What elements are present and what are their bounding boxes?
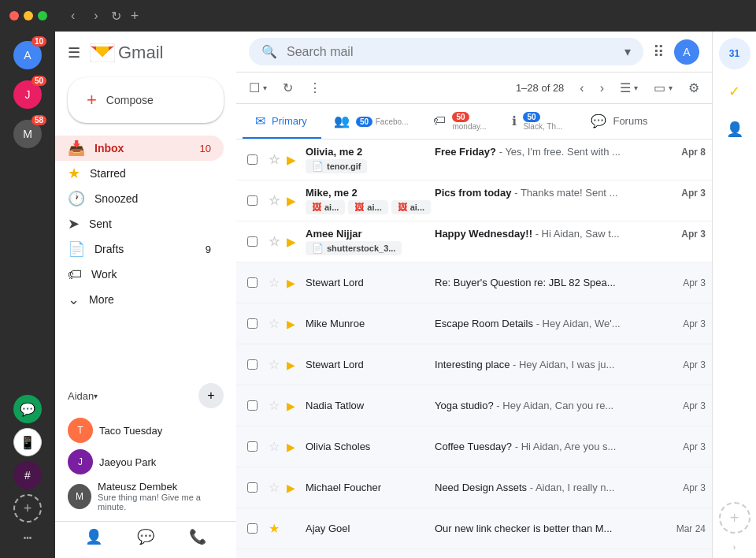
layout-button[interactable]: ☰ ▾ — [613, 76, 644, 100]
email-star-7[interactable]: ☆ — [265, 398, 284, 413]
contact-row-jaeyou[interactable]: J Jaeyou Park — [68, 446, 224, 478]
contact-row-taco[interactable]: T Taco Tuesday — [68, 415, 224, 446]
email-row[interactable]: ☆ ▶ Michael Foucher Need Design Assets -… — [236, 467, 712, 508]
new-tab-button[interactable]: + — [131, 8, 139, 24]
email-star-2[interactable]: ☆ — [265, 193, 284, 208]
hamburger-menu[interactable]: ☰ — [65, 41, 83, 65]
email-checkbox-3[interactable] — [243, 236, 261, 247]
email-star-4[interactable]: ☆ — [265, 275, 284, 290]
email-star-5[interactable]: ☆ — [265, 316, 284, 331]
email-star-3[interactable]: ☆ — [265, 234, 284, 249]
search-dropdown-icon[interactable]: ▾ — [624, 44, 631, 59]
email-checkbox-9[interactable] — [243, 482, 261, 493]
email-row[interactable]: ☆ ▶ Nadia Tatlow Yoga studio? - Hey Aida… — [236, 385, 712, 426]
sidebar-item-work[interactable]: 🏷 Work — [55, 262, 224, 287]
primary-tab-label: Primary — [272, 115, 307, 127]
email-checkbox-7[interactable] — [243, 400, 261, 411]
refresh-emails-button[interactable]: ↻ — [276, 76, 299, 100]
tab-promotions[interactable]: 🏷 50 monday... — [421, 104, 499, 139]
add-panel-button[interactable]: + — [719, 502, 750, 534]
user-avatar-3[interactable]: M 58 — [10, 117, 45, 151]
forward-button[interactable]: › — [89, 7, 102, 24]
refresh-button[interactable]: ↻ — [111, 9, 121, 24]
next-page-button[interactable]: › — [594, 76, 610, 100]
email-sender-6: Stewart Lord — [306, 359, 432, 370]
phone-icon[interactable]: 📞 — [189, 528, 206, 545]
email-important-2: ▶ — [287, 195, 302, 207]
add-app-icon[interactable]: + — [13, 494, 42, 523]
sidebar-item-more[interactable]: ⌄ More — [55, 287, 224, 312]
back-button[interactable]: ‹ — [66, 7, 80, 24]
user-avatar-1[interactable]: A 10 — [10, 38, 45, 73]
compose-button[interactable]: + Compose — [68, 77, 224, 123]
slack-icon[interactable]: # — [13, 461, 42, 489]
maximize-button[interactable] — [38, 11, 47, 20]
sidebar-item-drafts[interactable]: 📄 Drafts 9 — [55, 236, 224, 262]
tab-social[interactable]: 👥 50 Facebo... — [321, 104, 421, 139]
close-button[interactable] — [9, 11, 19, 20]
email-row[interactable]: ★ ▶ Ajay Goel Our new link checker is be… — [236, 508, 712, 549]
email-date-7: Apr 3 — [658, 400, 706, 411]
tab-forums[interactable]: 💬 Forums — [578, 104, 660, 139]
email-checkbox-1[interactable] — [243, 154, 261, 165]
email-checkbox-4[interactable] — [243, 277, 261, 288]
email-star-10[interactable]: ★ — [265, 521, 284, 536]
checkbox-icon: ☐ — [249, 80, 260, 95]
email-star-8[interactable]: ☆ — [265, 439, 284, 454]
email-checkbox-8[interactable] — [243, 441, 261, 452]
email-checkbox-6[interactable] — [243, 359, 261, 370]
email-checkbox-2[interactable] — [243, 195, 261, 206]
email-checkbox-5[interactable] — [243, 318, 261, 329]
search-input[interactable] — [287, 45, 615, 59]
user-avatar-2[interactable]: J 50 — [10, 77, 45, 112]
email-row[interactable]: ☆ ▶ Olivia Scholes Coffee Tuesday? - Hi … — [236, 426, 712, 467]
contact-msg-mateusz: Sure thing man! Give me a minute. — [98, 493, 224, 512]
email-star-6[interactable]: ☆ — [265, 357, 284, 372]
sidebar-item-inbox[interactable]: 📥 Inbox 10 — [55, 136, 224, 161]
messenger-icon[interactable]: 💬 — [13, 395, 42, 423]
contacts-panel-icon[interactable]: 👤 — [719, 113, 750, 145]
email-snippet-6: - Hey Aidan, I was ju... — [513, 359, 614, 370]
email-row[interactable]: ☆ ▶ Stewart Lord Re: Buyer's Question re… — [236, 262, 712, 303]
email-row[interactable]: ☆ ▶ Mike, me 2 Pics from today - Thanks … — [236, 180, 712, 221]
email-content-10: Our new link checker is better than M... — [435, 523, 655, 534]
attachment-chip-2a: 🖼 ai... — [306, 200, 345, 214]
whatsapp-icon[interactable]: 📱 — [13, 428, 42, 456]
add-contact-button[interactable]: + — [198, 383, 224, 408]
sidebar-item-snoozed[interactable]: 🕐 Snoozed — [55, 186, 224, 211]
email-date-6: Apr 3 — [658, 359, 706, 370]
apps-grid-icon[interactable]: ⠿ — [653, 43, 665, 61]
email-row[interactable]: ☆ ▶ Mixpanel 3 Updates Mixpanel - Invita… — [236, 549, 712, 558]
user-account-avatar[interactable]: A — [674, 39, 699, 65]
email-row[interactable]: ☆ ▶ Olivia, me 2 Free Friday? - Yes, I'm… — [236, 140, 712, 180]
tab-updates[interactable]: ℹ 50 Slack, Th... — [499, 104, 578, 139]
right-panel-expand[interactable]: › — [733, 543, 736, 552]
more-dots[interactable]: ••• — [24, 527, 32, 545]
prev-page-button[interactable]: ‹ — [573, 76, 590, 100]
sidebar-item-sent[interactable]: ➤ Sent — [55, 211, 224, 236]
settings-button[interactable]: ⚙ — [682, 76, 706, 100]
email-date-8: Apr 3 — [658, 441, 706, 452]
email-content-4: Re: Buyer's Question re: JBL 82 Spea... — [435, 277, 655, 288]
email-row[interactable]: ☆ ▶ Mike Munroe Escape Room Details - He… — [236, 303, 712, 344]
calendar-panel-icon[interactable]: 31 — [719, 38, 750, 69]
sidebar-item-starred[interactable]: ★ Starred — [55, 161, 224, 186]
minimize-button[interactable] — [24, 11, 33, 20]
email-star-1[interactable]: ☆ — [265, 152, 284, 167]
email-row[interactable]: ☆ ▶ Amee Nijjar Happy Wednesday!! - Hi A… — [236, 221, 712, 262]
tab-primary[interactable]: ✉ Primary — [243, 104, 321, 139]
email-content-wrap-3: Amee Nijjar Happy Wednesday!! - Hi Aidan… — [306, 228, 706, 255]
app-container: A 10 J 50 M 58 💬 📱 # + ••• — [0, 32, 756, 558]
display-button[interactable]: ▭ ▾ — [647, 76, 679, 100]
select-all-button[interactable]: ☐ ▾ — [243, 76, 273, 100]
attachment-icon-2b: 🖼 — [354, 202, 364, 213]
contact-row-mateusz[interactable]: M Mateusz Dembek Sure thing man! Give me… — [68, 478, 224, 515]
more-options-button[interactable]: ⋮ — [302, 76, 328, 100]
people-icon[interactable]: 👤 — [85, 528, 102, 545]
chat-icon[interactable]: 💬 — [137, 528, 154, 545]
email-row[interactable]: ☆ ▶ Stewart Lord Interesting place - Hey… — [236, 344, 712, 385]
email-sender-4: Stewart Lord — [306, 277, 432, 288]
tasks-panel-icon[interactable]: ✓ — [719, 76, 750, 107]
email-star-9[interactable]: ☆ — [265, 480, 284, 495]
email-checkbox-10[interactable] — [243, 523, 261, 534]
